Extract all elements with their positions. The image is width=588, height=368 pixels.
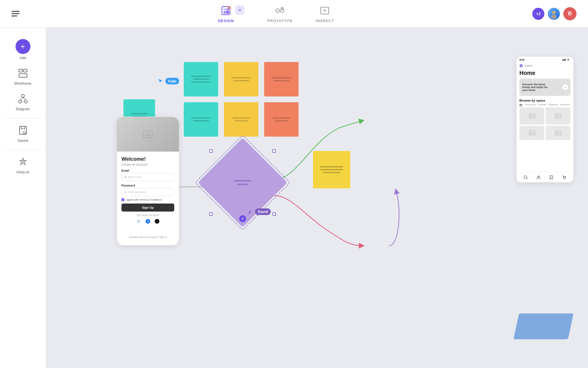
saved-icon	[18, 125, 28, 137]
sidebar-item-wireframe[interactable]: Wireframe	[4, 65, 42, 89]
sidebar-item-visily-ai[interactable]: Visily AI	[4, 153, 42, 178]
diamond-shape[interactable]: +	[211, 151, 274, 214]
app-status-bar: 9:41	[517, 57, 573, 63]
tab-inspect-label: INSPECT	[316, 19, 334, 23]
tab-inspect[interactable]: INSPECT	[316, 4, 334, 23]
app-home-title: Home	[517, 69, 573, 78]
cart-icon[interactable]	[561, 174, 567, 181]
svg-rect-12	[19, 69, 22, 72]
david-label: David	[255, 208, 271, 215]
svg-point-6	[276, 9, 279, 12]
svg-rect-39	[555, 114, 561, 118]
svg-point-47	[564, 178, 564, 179]
app-tab-living-room[interactable]: Living room	[525, 103, 536, 106]
svg-rect-1	[224, 8, 226, 11]
phone-form-subtitle: Create an account	[121, 163, 174, 166]
email-placeholder: Enter email	[128, 176, 141, 179]
diamond-add-button[interactable]: +	[239, 215, 246, 222]
svg-point-11	[551, 15, 557, 19]
app-grid-item-4[interactable]	[546, 126, 570, 140]
sidebar-item-saved[interactable]: Saved	[4, 122, 42, 146]
sticky-yellow-large[interactable]	[313, 151, 350, 188]
svg-rect-3	[224, 11, 226, 13]
signup-button[interactable]: Sign Up	[121, 204, 174, 212]
nav-tabs: DESIGN PROTOTYPE	[218, 4, 334, 23]
svg-rect-37	[529, 114, 535, 118]
tab-prototype-label: PROTOTYPE	[267, 19, 293, 23]
avatar-b[interactable]: B	[563, 7, 577, 20]
app-mockup[interactable]: 9:41 Styleka Home Discover the latest tr…	[516, 56, 574, 183]
brand-name: Styleka	[524, 64, 533, 67]
svg-rect-36	[520, 64, 523, 67]
profile-icon[interactable]	[535, 174, 542, 181]
tab-design[interactable]: DESIGN	[218, 4, 234, 23]
app-banner-arrow[interactable]: ›	[562, 84, 568, 90]
terms-checkbox[interactable]: I agree with Terms & Conditions	[121, 198, 174, 201]
app-grid	[517, 107, 573, 140]
social-icons: G f 	[121, 218, 174, 224]
sticky-teal-1[interactable]	[184, 62, 218, 96]
svg-rect-33	[564, 59, 565, 61]
app-grid-item-2[interactable]	[546, 107, 570, 125]
sidebar: + Add Wireframe	[0, 28, 46, 368]
app-tab-bathroom[interactable]: Bathroom	[560, 103, 570, 106]
canvas[interactable]: Kate Welcome! Create an account Email En…	[46, 28, 588, 368]
cursor-kate: Kate	[158, 78, 179, 84]
saved-label: Saved	[18, 138, 28, 143]
app-tab-bedroom[interactable]: Bedroom	[549, 103, 558, 106]
design-icon	[220, 4, 232, 17]
svg-point-16	[19, 100, 22, 103]
tab-prototype[interactable]: PROTOTYPE	[267, 4, 293, 23]
diagram-icon	[18, 94, 28, 105]
design-tab-wrapper: DESIGN	[218, 4, 244, 23]
password-field-group: Password Enter password	[121, 184, 174, 196]
sticky-teal-2[interactable]	[184, 102, 218, 137]
google-icon[interactable]: G	[136, 218, 142, 224]
facebook-icon[interactable]: f	[145, 218, 151, 224]
sidebar-item-add[interactable]: + Add	[4, 36, 42, 63]
sticky-orange-1[interactable]	[264, 62, 299, 96]
svg-rect-32	[563, 59, 564, 61]
visily-ai-label: Visily AI	[16, 170, 29, 174]
cursor-david: David	[247, 208, 271, 215]
blue-parallelogram[interactable]	[513, 313, 573, 339]
sticky-orange-2[interactable]	[264, 102, 299, 137]
svg-point-10	[552, 11, 556, 14]
nav-right: +2 B	[532, 7, 577, 20]
design-dropdown-btn[interactable]	[235, 5, 244, 15]
email-input[interactable]: Enter email	[121, 173, 174, 181]
app-grid-item-1[interactable]	[519, 107, 544, 125]
svg-rect-34	[565, 59, 566, 61]
bookmark-icon[interactable]	[548, 174, 554, 181]
collab-count[interactable]: +2	[532, 8, 544, 20]
app-banner[interactable]: Discover the latest trends and styles fo…	[519, 79, 570, 96]
password-label: Password	[121, 184, 174, 187]
svg-point-35	[568, 60, 568, 61]
app-grid-item-3[interactable]	[519, 126, 544, 140]
search-icon[interactable]	[523, 174, 529, 181]
phone-form-title: Welcome!	[121, 156, 174, 162]
phone-form: Welcome! Create an account Email Enter e…	[117, 152, 179, 243]
terms-text: I agree with Terms & Conditions	[125, 198, 162, 201]
hamburger-menu[interactable]: ›	[11, 11, 20, 16]
svg-point-46	[538, 176, 539, 178]
sticky-yellow-2[interactable]	[224, 102, 258, 137]
svg-point-48	[565, 178, 565, 179]
email-label: Email	[121, 169, 174, 172]
phone-mockup[interactable]: Welcome! Create an account Email Enter e…	[116, 117, 179, 246]
sticky-yellow-1[interactable]	[224, 62, 258, 96]
app-tab-kitchen[interactable]: Kitchen	[539, 103, 547, 106]
add-label: Add	[20, 56, 26, 60]
add-button[interactable]: +	[16, 39, 30, 54]
password-input[interactable]: Enter password	[121, 188, 174, 196]
main-area: + Add Wireframe	[0, 28, 588, 368]
app-brand: Styleka	[517, 63, 573, 69]
sidebar-item-diagram[interactable]: Diagram	[4, 90, 42, 115]
svg-rect-14	[19, 74, 27, 77]
svg-rect-31	[562, 59, 563, 61]
svg-rect-24	[125, 192, 126, 193]
apple-icon[interactable]: 	[154, 218, 160, 224]
svg-rect-13	[24, 69, 27, 72]
sidebar-divider	[5, 118, 41, 118]
app-tab-all[interactable]: All	[519, 103, 522, 106]
